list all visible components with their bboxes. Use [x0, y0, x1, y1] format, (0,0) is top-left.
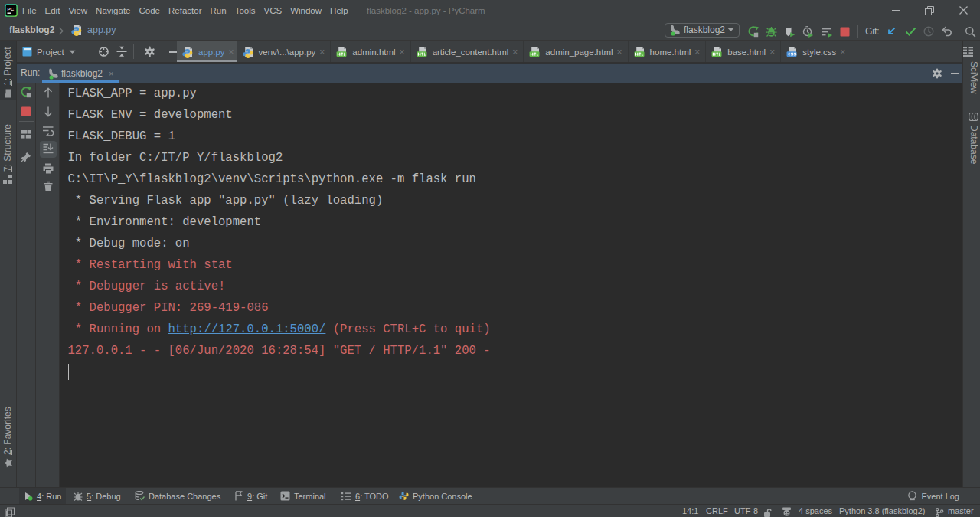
svg-text:PC: PC: [8, 6, 15, 11]
